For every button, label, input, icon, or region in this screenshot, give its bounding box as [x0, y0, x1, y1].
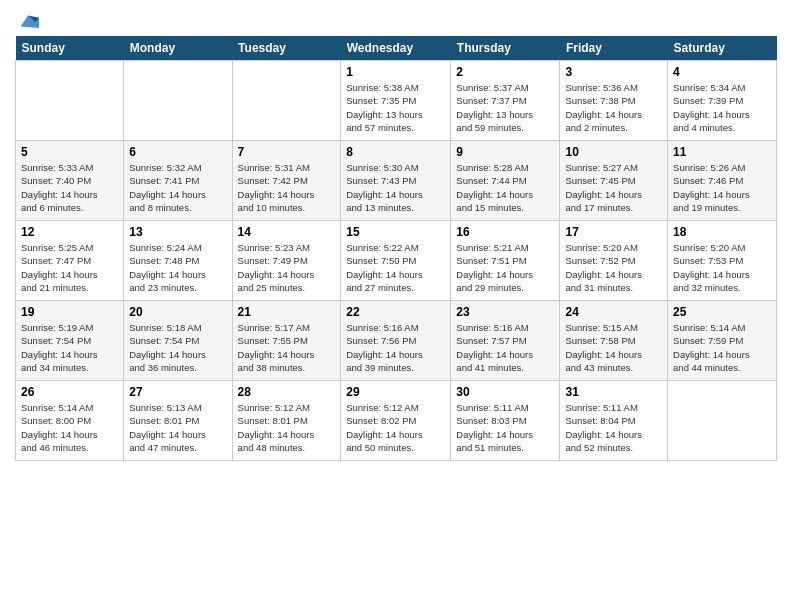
day-number: 13: [129, 225, 226, 239]
day-info: Sunrise: 5:30 AM Sunset: 7:43 PM Dayligh…: [346, 161, 445, 214]
page-container: SundayMondayTuesdayWednesdayThursdayFrid…: [0, 0, 792, 471]
day-info: Sunrise: 5:32 AM Sunset: 7:41 PM Dayligh…: [129, 161, 226, 214]
day-info: Sunrise: 5:16 AM Sunset: 7:56 PM Dayligh…: [346, 321, 445, 374]
day-number: 20: [129, 305, 226, 319]
day-number: 3: [565, 65, 662, 79]
col-header-friday: Friday: [560, 36, 668, 61]
col-header-wednesday: Wednesday: [341, 36, 451, 61]
calendar-cell: 6Sunrise: 5:32 AM Sunset: 7:41 PM Daylig…: [124, 141, 232, 221]
calendar-cell: 5Sunrise: 5:33 AM Sunset: 7:40 PM Daylig…: [16, 141, 124, 221]
calendar-cell: 12Sunrise: 5:25 AM Sunset: 7:47 PM Dayli…: [16, 221, 124, 301]
calendar-cell: 22Sunrise: 5:16 AM Sunset: 7:56 PM Dayli…: [341, 301, 451, 381]
calendar-header-row: SundayMondayTuesdayWednesdayThursdayFrid…: [16, 36, 777, 61]
day-number: 10: [565, 145, 662, 159]
day-number: 18: [673, 225, 771, 239]
day-number: 23: [456, 305, 554, 319]
day-info: Sunrise: 5:12 AM Sunset: 8:01 PM Dayligh…: [238, 401, 336, 454]
calendar-cell: 21Sunrise: 5:17 AM Sunset: 7:55 PM Dayli…: [232, 301, 341, 381]
day-number: 1: [346, 65, 445, 79]
calendar-cell: [16, 61, 124, 141]
calendar-cell: 18Sunrise: 5:20 AM Sunset: 7:53 PM Dayli…: [668, 221, 777, 301]
day-number: 16: [456, 225, 554, 239]
day-info: Sunrise: 5:21 AM Sunset: 7:51 PM Dayligh…: [456, 241, 554, 294]
day-info: Sunrise: 5:37 AM Sunset: 7:37 PM Dayligh…: [456, 81, 554, 134]
day-number: 12: [21, 225, 118, 239]
day-number: 11: [673, 145, 771, 159]
day-info: Sunrise: 5:12 AM Sunset: 8:02 PM Dayligh…: [346, 401, 445, 454]
calendar-cell: [232, 61, 341, 141]
day-info: Sunrise: 5:17 AM Sunset: 7:55 PM Dayligh…: [238, 321, 336, 374]
calendar-week-row: 5Sunrise: 5:33 AM Sunset: 7:40 PM Daylig…: [16, 141, 777, 221]
calendar-cell: 16Sunrise: 5:21 AM Sunset: 7:51 PM Dayli…: [451, 221, 560, 301]
day-info: Sunrise: 5:20 AM Sunset: 7:53 PM Dayligh…: [673, 241, 771, 294]
day-info: Sunrise: 5:14 AM Sunset: 7:59 PM Dayligh…: [673, 321, 771, 374]
day-info: Sunrise: 5:26 AM Sunset: 7:46 PM Dayligh…: [673, 161, 771, 214]
day-number: 4: [673, 65, 771, 79]
calendar-cell: [124, 61, 232, 141]
day-info: Sunrise: 5:11 AM Sunset: 8:03 PM Dayligh…: [456, 401, 554, 454]
day-info: Sunrise: 5:24 AM Sunset: 7:48 PM Dayligh…: [129, 241, 226, 294]
day-info: Sunrise: 5:33 AM Sunset: 7:40 PM Dayligh…: [21, 161, 118, 214]
calendar-cell: 11Sunrise: 5:26 AM Sunset: 7:46 PM Dayli…: [668, 141, 777, 221]
logo-icon: [17, 10, 39, 32]
calendar-cell: 26Sunrise: 5:14 AM Sunset: 8:00 PM Dayli…: [16, 381, 124, 461]
calendar-cell: [668, 381, 777, 461]
calendar-cell: 14Sunrise: 5:23 AM Sunset: 7:49 PM Dayli…: [232, 221, 341, 301]
col-header-sunday: Sunday: [16, 36, 124, 61]
day-number: 30: [456, 385, 554, 399]
day-number: 7: [238, 145, 336, 159]
day-info: Sunrise: 5:25 AM Sunset: 7:47 PM Dayligh…: [21, 241, 118, 294]
col-header-monday: Monday: [124, 36, 232, 61]
day-info: Sunrise: 5:36 AM Sunset: 7:38 PM Dayligh…: [565, 81, 662, 134]
day-info: Sunrise: 5:13 AM Sunset: 8:01 PM Dayligh…: [129, 401, 226, 454]
day-number: 28: [238, 385, 336, 399]
calendar-week-row: 19Sunrise: 5:19 AM Sunset: 7:54 PM Dayli…: [16, 301, 777, 381]
calendar-cell: 25Sunrise: 5:14 AM Sunset: 7:59 PM Dayli…: [668, 301, 777, 381]
day-number: 14: [238, 225, 336, 239]
calendar-cell: 3Sunrise: 5:36 AM Sunset: 7:38 PM Daylig…: [560, 61, 668, 141]
calendar-cell: 29Sunrise: 5:12 AM Sunset: 8:02 PM Dayli…: [341, 381, 451, 461]
logo: [15, 10, 39, 32]
calendar-cell: 9Sunrise: 5:28 AM Sunset: 7:44 PM Daylig…: [451, 141, 560, 221]
day-info: Sunrise: 5:27 AM Sunset: 7:45 PM Dayligh…: [565, 161, 662, 214]
col-header-tuesday: Tuesday: [232, 36, 341, 61]
col-header-thursday: Thursday: [451, 36, 560, 61]
day-info: Sunrise: 5:22 AM Sunset: 7:50 PM Dayligh…: [346, 241, 445, 294]
calendar-table: SundayMondayTuesdayWednesdayThursdayFrid…: [15, 36, 777, 461]
calendar-week-row: 26Sunrise: 5:14 AM Sunset: 8:00 PM Dayli…: [16, 381, 777, 461]
calendar-cell: 28Sunrise: 5:12 AM Sunset: 8:01 PM Dayli…: [232, 381, 341, 461]
calendar-week-row: 1Sunrise: 5:38 AM Sunset: 7:35 PM Daylig…: [16, 61, 777, 141]
calendar-cell: 7Sunrise: 5:31 AM Sunset: 7:42 PM Daylig…: [232, 141, 341, 221]
calendar-cell: 30Sunrise: 5:11 AM Sunset: 8:03 PM Dayli…: [451, 381, 560, 461]
day-number: 29: [346, 385, 445, 399]
day-number: 2: [456, 65, 554, 79]
calendar-cell: 23Sunrise: 5:16 AM Sunset: 7:57 PM Dayli…: [451, 301, 560, 381]
day-number: 5: [21, 145, 118, 159]
day-info: Sunrise: 5:16 AM Sunset: 7:57 PM Dayligh…: [456, 321, 554, 374]
day-info: Sunrise: 5:28 AM Sunset: 7:44 PM Dayligh…: [456, 161, 554, 214]
calendar-cell: 20Sunrise: 5:18 AM Sunset: 7:54 PM Dayli…: [124, 301, 232, 381]
day-info: Sunrise: 5:14 AM Sunset: 8:00 PM Dayligh…: [21, 401, 118, 454]
day-info: Sunrise: 5:23 AM Sunset: 7:49 PM Dayligh…: [238, 241, 336, 294]
day-info: Sunrise: 5:34 AM Sunset: 7:39 PM Dayligh…: [673, 81, 771, 134]
day-number: 17: [565, 225, 662, 239]
day-number: 31: [565, 385, 662, 399]
calendar-week-row: 12Sunrise: 5:25 AM Sunset: 7:47 PM Dayli…: [16, 221, 777, 301]
calendar-cell: 15Sunrise: 5:22 AM Sunset: 7:50 PM Dayli…: [341, 221, 451, 301]
day-number: 27: [129, 385, 226, 399]
calendar-cell: 27Sunrise: 5:13 AM Sunset: 8:01 PM Dayli…: [124, 381, 232, 461]
day-info: Sunrise: 5:11 AM Sunset: 8:04 PM Dayligh…: [565, 401, 662, 454]
day-number: 15: [346, 225, 445, 239]
col-header-saturday: Saturday: [668, 36, 777, 61]
day-number: 26: [21, 385, 118, 399]
day-info: Sunrise: 5:18 AM Sunset: 7:54 PM Dayligh…: [129, 321, 226, 374]
day-number: 6: [129, 145, 226, 159]
day-info: Sunrise: 5:20 AM Sunset: 7:52 PM Dayligh…: [565, 241, 662, 294]
day-info: Sunrise: 5:38 AM Sunset: 7:35 PM Dayligh…: [346, 81, 445, 134]
calendar-cell: 8Sunrise: 5:30 AM Sunset: 7:43 PM Daylig…: [341, 141, 451, 221]
day-number: 22: [346, 305, 445, 319]
day-number: 8: [346, 145, 445, 159]
day-number: 25: [673, 305, 771, 319]
page-header: [15, 10, 777, 32]
calendar-cell: 10Sunrise: 5:27 AM Sunset: 7:45 PM Dayli…: [560, 141, 668, 221]
